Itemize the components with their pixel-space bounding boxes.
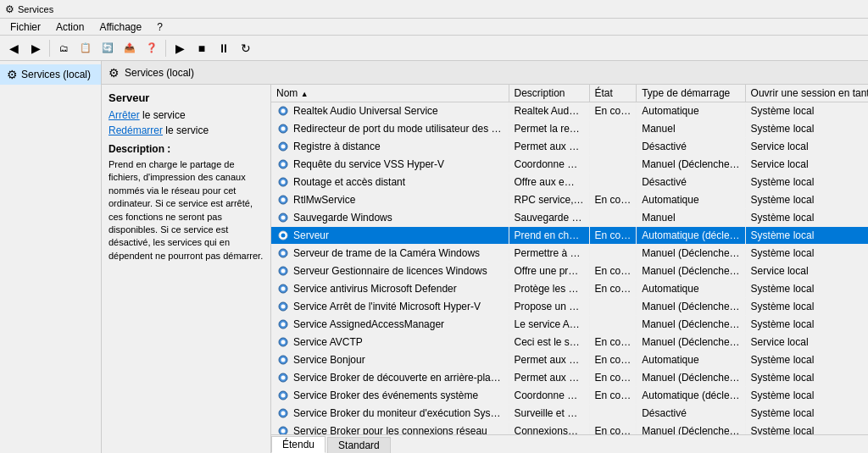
menu-bar: Fichier Action Affichage ? bbox=[0, 19, 868, 36]
service-desc: Permet aux … bbox=[509, 369, 589, 387]
col-type-demarrage[interactable]: Type de démarrage bbox=[637, 85, 745, 102]
service-desc: Coordonne … bbox=[509, 156, 589, 174]
service-desc: Protège les … bbox=[509, 280, 589, 298]
table-row[interactable]: Routage et accès distantOffre aux e…Désa… bbox=[271, 174, 868, 191]
service-desc: Propose un … bbox=[509, 298, 589, 316]
service-desc: Prend en ch… bbox=[509, 227, 589, 245]
table-row[interactable]: Service AVCTPCeci est le s…En co…Manuel … bbox=[271, 334, 868, 351]
service-startup: Manuel bbox=[637, 120, 745, 138]
menu-help[interactable]: ? bbox=[150, 19, 170, 35]
table-row[interactable]: Serveur Gestionnaire de licences Windows… bbox=[271, 262, 868, 280]
col-description[interactable]: Description bbox=[509, 85, 589, 102]
service-icon bbox=[276, 104, 290, 118]
back-button[interactable]: ◀ bbox=[3, 38, 24, 58]
service-desc: Permet aux … bbox=[509, 138, 589, 156]
table-row[interactable]: Service Broker pour les connexions résea… bbox=[271, 423, 868, 435]
service-icon bbox=[276, 389, 290, 402]
col-ouvrir-session[interactable]: Ouvrir une session en tant que bbox=[745, 85, 868, 102]
table-row[interactable]: Service Broker de découverte en arrière-… bbox=[271, 369, 868, 387]
pause-button[interactable]: ⏸ bbox=[214, 38, 234, 58]
service-state: En co… bbox=[589, 334, 637, 351]
service-name: Routage et accès distant bbox=[293, 176, 405, 188]
services-table-container[interactable]: Nom ▲ Description État Type de démarrage… bbox=[271, 85, 868, 434]
tab-etendu[interactable]: Étendu bbox=[271, 436, 326, 453]
desc-label: Description : bbox=[108, 143, 264, 155]
service-name: Service Bonjour bbox=[293, 354, 365, 366]
stop-service-link[interactable]: Arrêter bbox=[108, 109, 140, 121]
table-row[interactable]: ServeurPrend en ch…En co…Automatique (dé… bbox=[271, 227, 868, 245]
restart-service-suffix: le service bbox=[163, 124, 209, 136]
service-logon: Système local bbox=[745, 227, 868, 245]
tab-standard[interactable]: Standard bbox=[327, 437, 391, 453]
help-button[interactable]: ❓ bbox=[142, 38, 162, 58]
table-row[interactable]: Service antivirus Microsoft DefenderProt… bbox=[271, 280, 868, 298]
table-row[interactable]: Service Broker du moniteur d'exécution S… bbox=[271, 405, 868, 423]
service-desc: Offre une pr… bbox=[509, 262, 589, 280]
service-logon: Système local bbox=[745, 298, 868, 316]
table-row[interactable]: RtlMwServiceRPC service,…En co…Automatiq… bbox=[271, 191, 868, 209]
table-row[interactable]: Registre à distancePermet aux …Désactivé… bbox=[271, 138, 868, 156]
service-startup: Désactivé bbox=[637, 138, 745, 156]
service-icon bbox=[276, 406, 290, 420]
stop-button[interactable]: ■ bbox=[192, 38, 212, 58]
service-icon bbox=[276, 424, 290, 434]
table-row[interactable]: Requête du service VSS Hyper-VCoordonne … bbox=[271, 156, 868, 174]
table-row[interactable]: Service BonjourPermet aux …En co…Automat… bbox=[271, 351, 868, 369]
service-logon: Système local bbox=[745, 405, 868, 423]
service-logon: Service local bbox=[745, 138, 868, 156]
content-area: ⚙ Services (local) Serveur Arrêter le se… bbox=[102, 61, 868, 453]
stop-service-suffix: le service bbox=[140, 109, 186, 121]
col-etat[interactable]: État bbox=[589, 85, 637, 102]
service-icon bbox=[276, 175, 290, 189]
table-row[interactable]: Serveur de trame de la Caméra WindowsPer… bbox=[271, 245, 868, 262]
play-button[interactable]: ▶ bbox=[170, 38, 190, 58]
forward-button[interactable]: ▶ bbox=[25, 38, 46, 58]
panes-container: Serveur Arrêter le service Redémarrer le… bbox=[102, 85, 868, 453]
service-desc: Ceci est le s… bbox=[509, 334, 589, 351]
service-name: Service Broker des événements système bbox=[293, 389, 478, 401]
menu-affichage[interactable]: Affichage bbox=[92, 19, 148, 35]
restart-service-link[interactable]: Redémarrer bbox=[108, 124, 163, 136]
info-pane: Serveur Arrêter le service Redémarrer le… bbox=[102, 85, 271, 453]
service-name: Registre à distance bbox=[293, 141, 381, 152]
col-nom[interactable]: Nom ▲ bbox=[271, 85, 509, 102]
menu-fichier[interactable]: Fichier bbox=[3, 19, 47, 35]
restart-button[interactable]: ↻ bbox=[236, 38, 256, 58]
table-row[interactable]: Realtek Audio Universal ServiceRealtek A… bbox=[271, 102, 868, 120]
service-startup: Manuel (Déclenche… bbox=[637, 156, 745, 174]
service-desc: Connexions… bbox=[509, 423, 589, 435]
service-startup: Désactivé bbox=[637, 174, 745, 191]
menu-action[interactable]: Action bbox=[49, 19, 91, 35]
service-logon: Service local bbox=[745, 262, 868, 280]
table-row[interactable]: Service AssignedAccessManagerLe service … bbox=[271, 316, 868, 334]
table-row[interactable]: Service Broker des événements systèmeCoo… bbox=[271, 387, 868, 405]
toolbar-separator-2 bbox=[165, 40, 166, 57]
service-logon: Service local bbox=[745, 156, 868, 174]
service-logon: Système local bbox=[745, 174, 868, 191]
service-state bbox=[589, 209, 637, 227]
service-logon: Système local bbox=[745, 351, 868, 369]
service-icon bbox=[276, 122, 290, 135]
service-startup: Automatique (décle… bbox=[637, 227, 745, 245]
table-row[interactable]: Sauvegarde WindowsSauvegarde …ManuelSyst… bbox=[271, 209, 868, 227]
content-header-title: Services (local) bbox=[125, 67, 194, 79]
service-name: Serveur bbox=[293, 229, 329, 241]
service-name: Service AVCTP bbox=[293, 336, 363, 348]
service-state bbox=[589, 174, 637, 191]
service-name: Service AssignedAccessManager bbox=[293, 318, 444, 330]
refresh-button[interactable]: 🔄 bbox=[97, 38, 118, 58]
view-button[interactable]: 📋 bbox=[75, 38, 96, 58]
nav-item-services-local[interactable]: ⚙ Services (local) bbox=[0, 64, 101, 85]
properties-button[interactable]: 🗂 bbox=[53, 38, 74, 58]
title-bar-text: Services bbox=[18, 4, 53, 14]
export-button[interactable]: 📤 bbox=[120, 38, 140, 58]
table-row[interactable]: Service Arrêt de l'invité Microsoft Hype… bbox=[271, 298, 868, 316]
service-startup: Automatique (décle… bbox=[637, 387, 745, 405]
service-state bbox=[589, 120, 637, 138]
service-logon: Système local bbox=[745, 245, 868, 262]
service-desc: Permet aux … bbox=[509, 351, 589, 369]
table-row[interactable]: Redirecteur de port du mode utilisateur … bbox=[271, 120, 868, 138]
service-name: Realtek Audio Universal Service bbox=[293, 105, 438, 117]
service-icon bbox=[276, 157, 290, 171]
service-desc: Permettre à … bbox=[509, 245, 589, 262]
